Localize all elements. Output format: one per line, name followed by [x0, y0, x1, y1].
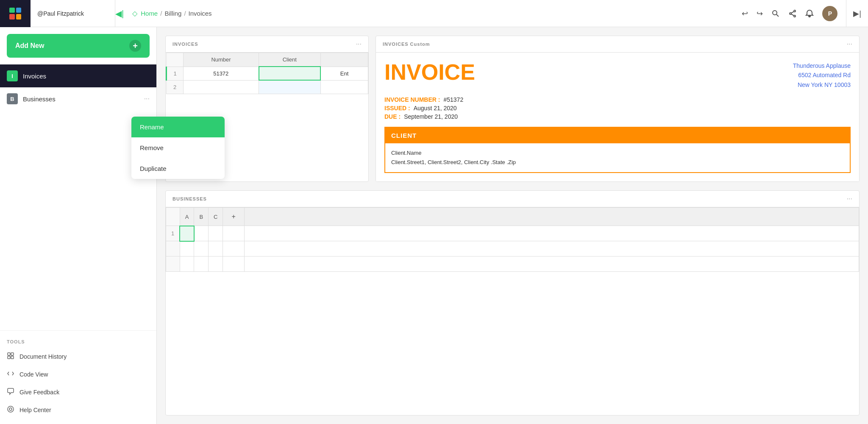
app-logo [0, 0, 31, 27]
invoice-custom-title: INVOICES Custom [383, 42, 430, 47]
biz-col-header-a: A [180, 208, 194, 226]
biz-cell-b-1[interactable] [194, 226, 209, 241]
invoices-panel-header: INVOICES ··· [166, 36, 368, 53]
main-content: INVOICES ··· Number Client 1 [157, 27, 868, 424]
businesses-panel: BUSINESSES ··· A B C + 1 [165, 190, 860, 416]
tools-label: TOOLS [7, 339, 150, 344]
client-address: Client.Street1, Client.Street2, Client.C… [391, 158, 844, 167]
address-line-2: 6502 Automated Rd [793, 70, 851, 80]
invoice-client-section: CLIENT Client.Name Client.Street1, Clien… [384, 127, 851, 173]
invoice-number-value: #51372 [443, 96, 463, 103]
collapse-right-button[interactable]: ▶| [846, 0, 868, 27]
search-button[interactable] [771, 9, 780, 18]
help-center-label: Help Center [19, 407, 51, 413]
invoice-details: INVOICE NUMBER : #51372 ISSUED : August … [384, 96, 851, 120]
avatar[interactable]: P [822, 6, 837, 21]
biz-cell-a-2[interactable] [180, 241, 194, 257]
invoice-due-row: DUE : September 21, 2020 [384, 113, 851, 120]
redo-button[interactable]: ↪ [757, 9, 763, 18]
cell-client-2[interactable] [259, 80, 321, 94]
address-line-1: Thunderous Applause [793, 61, 851, 70]
svg-rect-8 [11, 353, 14, 355]
sidebar-divider [0, 330, 156, 331]
col-header-number: Number [184, 53, 259, 67]
invoice-title: INVOICE [384, 61, 475, 83]
notifications-button[interactable] [805, 9, 814, 18]
context-menu-duplicate[interactable]: Duplicate [131, 158, 157, 179]
biz-row-num-2 [166, 241, 180, 257]
breadcrumb-invoices[interactable]: Invoices [189, 10, 212, 17]
biz-cell-c-2[interactable] [209, 241, 223, 257]
add-new-button[interactable]: Add New + [7, 34, 150, 58]
biz-col-header-rownum [166, 208, 180, 226]
invoice-client-header: CLIENT [385, 128, 850, 143]
businesses-more-icon[interactable]: ··· [144, 95, 150, 103]
biz-cell-a-1[interactable] [180, 226, 194, 241]
give-feedback-icon [7, 388, 14, 397]
header-actions: ↩ ↪ P [733, 6, 846, 21]
address-line-3: New York NY 10003 [793, 80, 851, 89]
invoice-address: Thunderous Applause 6502 Automated Rd Ne… [793, 61, 851, 89]
biz-col-header-add[interactable]: + [223, 208, 244, 226]
add-column-button[interactable]: + [228, 211, 239, 222]
cell-client-1[interactable] [259, 67, 321, 80]
tool-help-center[interactable]: Help Center [7, 401, 150, 419]
biz-cell-b-2[interactable] [194, 241, 209, 257]
svg-point-4 [790, 13, 791, 14]
svg-rect-7 [8, 353, 10, 355]
biz-table-row [166, 241, 859, 257]
biz-col-header-c: C [209, 208, 223, 226]
document-history-icon [7, 352, 14, 361]
undo-button[interactable]: ↩ [742, 9, 748, 18]
svg-rect-9 [8, 356, 10, 359]
cell-number-1[interactable]: 51372 [184, 67, 259, 80]
sidebar-item-invoices[interactable]: I Invoices [0, 64, 156, 87]
user-name: @Paul Fitzpatrick [31, 0, 115, 27]
context-menu-rename[interactable]: Rename [131, 117, 157, 137]
invoice-due-label: DUE : [384, 113, 401, 120]
invoice-header-row: INVOICE Thunderous Applause 6502 Automat… [384, 61, 851, 89]
businesses-panel-more[interactable]: ··· [847, 195, 852, 203]
invoice-issued-value: August 21, 2020 [414, 105, 457, 112]
tool-document-history[interactable]: Document History [7, 348, 150, 365]
invoice-number-row: INVOICE NUMBER : #51372 [384, 96, 851, 103]
biz-col-header-b: B [194, 208, 209, 226]
breadcrumb-billing[interactable]: Billing [164, 10, 181, 17]
tool-give-feedback[interactable]: Give Feedback [7, 383, 150, 401]
context-menu-remove[interactable]: Remove [131, 137, 157, 158]
cell-number-2[interactable] [184, 80, 259, 94]
add-new-label: Add New [15, 42, 44, 50]
tools-section: TOOLS Document History [0, 334, 156, 424]
breadcrumb-nav: ◇ Home / Billing / Invoices [125, 9, 733, 17]
app-header: @Paul Fitzpatrick ◀| ◇ Home / Billing / … [0, 0, 868, 27]
sidebar-nav: I Invoices B Businesses ··· [0, 64, 156, 327]
svg-rect-10 [11, 356, 14, 359]
breadcrumb-sep-2: / [184, 10, 186, 17]
code-view-icon [7, 370, 14, 379]
invoices-panel-more[interactable]: ··· [356, 40, 362, 48]
businesses-table: A B C + 1 [166, 207, 859, 272]
biz-table-row [166, 257, 859, 272]
invoice-custom-more[interactable]: ··· [847, 40, 852, 48]
context-menu: Rename Remove Duplicate [131, 117, 157, 179]
nav-back-button[interactable]: ◀| [115, 8, 124, 19]
invoice-custom-panel-header: INVOICES Custom ··· [376, 36, 859, 53]
businesses-icon: B [7, 93, 18, 104]
col-header-rownum [167, 53, 184, 67]
main-layout: Add New + I Invoices B Businesses ··· Re… [0, 27, 868, 424]
biz-cell-c-1[interactable] [209, 226, 223, 241]
svg-point-0 [773, 11, 777, 15]
share-button[interactable] [788, 9, 797, 18]
sidebar-item-businesses[interactable]: B Businesses ··· [0, 87, 156, 110]
invoices-label: Invoices [23, 73, 150, 80]
businesses-panel-header: BUSINESSES ··· [166, 191, 859, 207]
tool-code-view[interactable]: Code View [7, 365, 150, 383]
biz-row-num-1: 1 [166, 226, 180, 241]
invoice-issued-label: ISSUED : [384, 105, 410, 112]
invoices-icon: I [7, 70, 18, 81]
sidebar: Add New + I Invoices B Businesses ··· Re… [0, 27, 157, 424]
breadcrumb: Home / Billing / Invoices [141, 10, 211, 17]
breadcrumb-home[interactable]: Home [141, 10, 158, 17]
panels-row: INVOICES ··· Number Client 1 [165, 36, 860, 182]
add-new-plus-icon: + [129, 40, 141, 52]
